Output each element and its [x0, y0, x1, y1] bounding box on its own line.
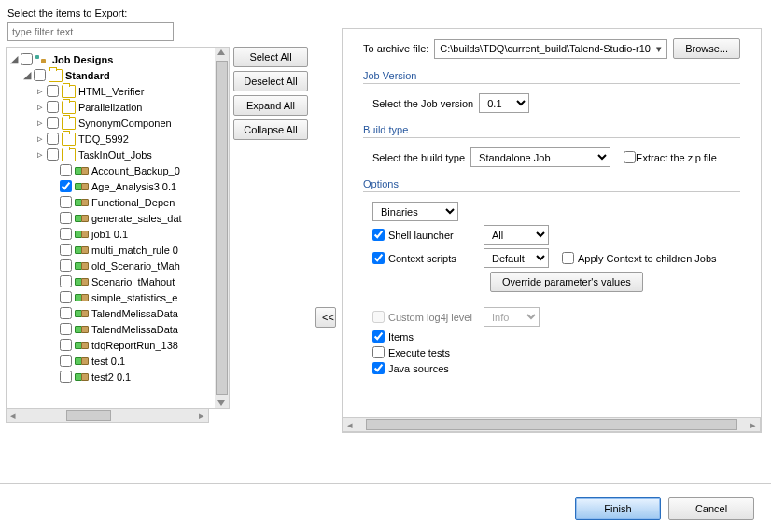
- collapse-all-button[interactable]: Collapse All: [233, 119, 308, 140]
- item-label: test2 0.1: [91, 371, 131, 383]
- job-icon: [75, 212, 89, 225]
- binaries-select[interactable]: Binaries: [372, 202, 458, 221]
- tree-horizontal-scrollbar[interactable]: ◂ ▸: [6, 408, 209, 423]
- tree-job-item[interactable]: Scenario_tMahout: [8, 273, 213, 289]
- folder-icon: [49, 69, 63, 82]
- extract-zip-checkbox[interactable]: [624, 151, 636, 163]
- tree-job-item[interactable]: Age_Analysis3 0.1: [8, 178, 213, 194]
- item-checkbox[interactable]: [60, 371, 72, 383]
- tree-job-item[interactable]: multi_match_rule 0: [8, 242, 213, 258]
- expand-all-button[interactable]: Expand All: [233, 95, 308, 116]
- filter-input[interactable]: [7, 22, 174, 41]
- item-label: Functional_Depen: [91, 197, 175, 208]
- item-checkbox[interactable]: [60, 355, 72, 367]
- shell-launcher-select[interactable]: All: [484, 225, 549, 245]
- apply-context-checkbox[interactable]: [562, 252, 574, 264]
- shell-launcher-checkbox[interactable]: [372, 229, 385, 241]
- item-checkbox[interactable]: [60, 196, 72, 208]
- item-checkbox[interactable]: [60, 259, 72, 272]
- item-checkbox[interactable]: [47, 85, 59, 97]
- select-all-button[interactable]: Select All: [233, 47, 308, 67]
- item-label: TalendMelissaData: [91, 308, 178, 319]
- items-label: Items: [388, 331, 414, 343]
- job-icon: [75, 164, 89, 177]
- item-label: generate_sales_dat: [91, 213, 182, 224]
- tree-folder[interactable]: ▹SynonymComponen: [8, 115, 213, 131]
- context-scripts-checkbox[interactable]: [372, 252, 385, 264]
- custom-log4j-checkbox: [372, 311, 385, 323]
- finish-button[interactable]: Finish: [575, 497, 661, 520]
- expand-icon[interactable]: ▹: [35, 101, 45, 113]
- tree-job-item[interactable]: Account_Backup_0: [8, 162, 213, 178]
- tree-folder[interactable]: ▹Parallelization: [8, 99, 213, 115]
- item-label: test 0.1: [91, 356, 125, 367]
- tree-action-buttons: Select All Deselect All Expand All Colla…: [230, 47, 314, 409]
- collapse-icon[interactable]: ◢: [8, 53, 19, 65]
- item-checkbox[interactable]: [60, 339, 72, 351]
- execute-tests-checkbox[interactable]: [372, 346, 385, 358]
- java-sources-checkbox[interactable]: [372, 362, 385, 374]
- expand-icon[interactable]: ▹: [35, 148, 45, 161]
- deselect-all-button[interactable]: Deselect All: [233, 71, 308, 91]
- expand-icon[interactable]: ▹: [35, 117, 45, 129]
- folder-icon: [62, 148, 76, 161]
- tree-job-item[interactable]: test2 0.1: [8, 369, 213, 385]
- standard-label: Standard: [65, 70, 110, 81]
- item-checkbox[interactable]: [60, 164, 72, 176]
- tree-folder[interactable]: ▹HTML_Verifier: [8, 83, 213, 99]
- tree-job-item[interactable]: generate_sales_dat: [8, 210, 213, 226]
- item-label: tdqReportRun_138: [91, 340, 178, 351]
- item-checkbox[interactable]: [47, 117, 59, 129]
- expand-icon[interactable]: ▹: [35, 85, 45, 97]
- item-checkbox[interactable]: [60, 244, 72, 256]
- override-params-button[interactable]: Override parameter's values: [490, 272, 643, 292]
- expand-icon[interactable]: ▹: [35, 133, 45, 145]
- item-checkbox[interactable]: [60, 275, 72, 287]
- item-checkbox[interactable]: [60, 323, 72, 335]
- options-group: Options: [363, 178, 740, 189]
- item-label: simple_statistics_e: [91, 292, 177, 303]
- right-panel: To archive file: C:\builds\TDQ\current_b…: [342, 28, 762, 433]
- job-version-select[interactable]: 0.1: [479, 93, 529, 113]
- items-checkbox[interactable]: [372, 330, 385, 343]
- item-checkbox[interactable]: [60, 228, 72, 240]
- build-type-select[interactable]: Standalone Job: [470, 147, 610, 167]
- context-scripts-select[interactable]: Default: [484, 248, 549, 268]
- item-checkbox[interactable]: [47, 148, 59, 161]
- collapse-icon[interactable]: ◢: [21, 69, 32, 81]
- root-checkbox[interactable]: [21, 53, 33, 65]
- item-checkbox[interactable]: [60, 212, 72, 224]
- item-checkbox[interactable]: [47, 101, 59, 113]
- item-checkbox[interactable]: [60, 307, 72, 319]
- job-icon: [75, 196, 89, 209]
- tree-job-item[interactable]: old_Scenario_tMah: [8, 258, 213, 273]
- java-sources-label: Java sources: [388, 363, 449, 374]
- tree-vertical-scrollbar[interactable]: [215, 47, 230, 409]
- archive-path: C:\builds\TDQ\current_build\Talend-Studi…: [440, 43, 651, 54]
- tree-job-item[interactable]: simple_statistics_e: [8, 289, 213, 305]
- cancel-button[interactable]: Cancel: [668, 497, 754, 520]
- standard-checkbox[interactable]: [34, 69, 46, 81]
- browse-button[interactable]: Browse...: [673, 38, 740, 59]
- tree-standard[interactable]: ◢ Standard: [8, 67, 213, 83]
- tree-job-item[interactable]: test 0.1: [8, 353, 213, 369]
- item-checkbox[interactable]: [60, 180, 72, 192]
- tree-job-item[interactable]: job1 0.1: [8, 226, 213, 242]
- tree-folder[interactable]: ▹TaskInOut_Jobs: [8, 147, 213, 162]
- collapse-panel-button[interactable]: <<: [315, 307, 336, 328]
- tree-job-item[interactable]: TalendMelissaData: [8, 321, 213, 337]
- right-horizontal-scrollbar[interactable]: ◂ ▸: [343, 417, 761, 432]
- shell-launcher-label: Shell launcher: [388, 230, 484, 241]
- item-checkbox[interactable]: [47, 133, 59, 145]
- archive-file-combo[interactable]: C:\builds\TDQ\current_build\Talend-Studi…: [434, 39, 667, 59]
- item-checkbox[interactable]: [60, 291, 72, 303]
- tree-job-item[interactable]: Functional_Depen: [8, 194, 213, 210]
- tree-folder[interactable]: ▹TDQ_5992: [8, 131, 213, 147]
- tree-job-item[interactable]: tdqReportRun_138: [8, 337, 213, 353]
- tree-view[interactable]: ◢ Job Designs ◢ Standard ▹HTML_Verifier▹…: [6, 47, 215, 409]
- tree-job-item[interactable]: TalendMelissaData: [8, 305, 213, 321]
- tree-root[interactable]: ◢ Job Designs: [8, 51, 213, 67]
- job-icon: [75, 275, 89, 288]
- item-label: TalendMelissaData: [91, 324, 178, 335]
- job-icon: [75, 371, 89, 384]
